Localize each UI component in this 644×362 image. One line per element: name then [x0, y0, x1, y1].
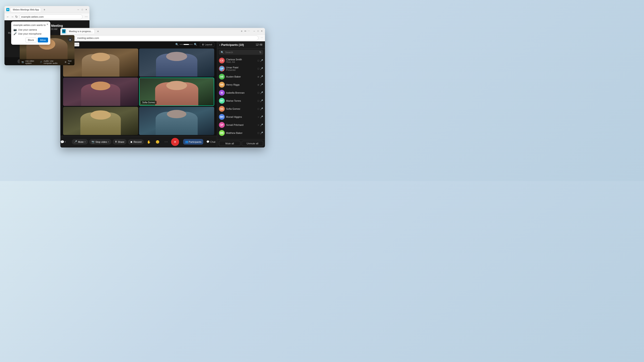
chat-tab-btn[interactable]: 💬 Chat [204, 139, 217, 145]
role-clarissa: Host, me [226, 61, 256, 63]
chat-bubble-btn[interactable]: 💬 ▾ [60, 139, 68, 145]
share-icon: ⬆ [115, 140, 117, 143]
win-controls-2: ≡ ✏ ⋯ ─ □ ✕ [241, 30, 263, 33]
mic-icon-isabella: 🎤 [260, 91, 263, 94]
zoom-slider[interactable] [180, 44, 193, 45]
participant-row-murad[interactable]: MH Murad Higgins ○ 🎤 [217, 113, 265, 121]
stop-video-dropdown[interactable]: ▾ [108, 141, 109, 143]
mute-all-btn[interactable]: Mute all [219, 141, 240, 146]
panel-header-wrapper: › Participants (10) ⤢ ✕ 12:40 [217, 41, 265, 48]
icons-clarissa: □ 🎤 [258, 59, 263, 62]
participant-row-clarissa[interactable]: CS Clarissa Smith Host, me □ 🎤 [217, 56, 265, 64]
info-clarissa: Clarissa Smith Host, me [226, 58, 256, 63]
mute-meeting-dropdown[interactable]: ▾ [84, 141, 86, 143]
info-austen: Austen Baker [226, 75, 256, 78]
address-bar-2[interactable]: meeting.webex.com [75, 35, 258, 40]
video-grid: Sofia Gomez [60, 48, 217, 136]
chat-dropdown[interactable]: ▾ [65, 141, 66, 143]
browser-tab-2[interactable]: Meeting is in progress... [67, 29, 94, 33]
search-icon: 🔍 [221, 51, 224, 54]
zoom-in-btn[interactable]: 🔍 [194, 43, 197, 46]
reactions-btn[interactable]: 😊 [154, 139, 161, 145]
refresh-btn-1[interactable]: ↻ [15, 15, 18, 18]
close-btn-1[interactable]: ✕ [85, 8, 88, 11]
share-btn[interactable]: ⬆ Share [113, 139, 126, 145]
cam-icon-austen: ⊘ [258, 75, 259, 78]
avatar-henry: HR [219, 82, 225, 88]
more-icon-2[interactable]: ⋯ [248, 30, 250, 33]
address-bar-1[interactable]: example.webex.com [19, 14, 82, 19]
participant-row-isabella[interactable]: IB Isabella Brennan □ 🎤 [217, 89, 265, 97]
end-call-btn[interactable]: ✕ [171, 138, 179, 146]
video-name-tag-4: Sofia Gomez [141, 101, 156, 104]
participants-search-bar: 🔍 ⇅ [219, 50, 263, 55]
name-murad: Murad Higgins [226, 115, 256, 118]
video-cell-4: Sofia Gomez [139, 77, 214, 106]
more-options-btn[interactable]: ⋯ [162, 138, 170, 145]
zoom-out-btn[interactable]: 🔍 [175, 43, 179, 46]
layout-btn[interactable]: ⊞ Layout [200, 42, 214, 47]
audio-icon: 🎵 [40, 61, 42, 63]
minimize-btn-2[interactable]: ─ [253, 30, 256, 32]
participants-icon: 👥 [185, 140, 188, 143]
stop-video-meeting-label: Stop video [96, 141, 107, 143]
panel-title-text: Participants (10) [221, 43, 244, 46]
menu-icon-1[interactable]: ⋯ [85, 15, 88, 18]
test-label: Test sp [68, 60, 73, 64]
add-tab-btn-1[interactable]: + [42, 7, 46, 12]
hand-raise-btn[interactable]: ✋ [145, 139, 152, 145]
participant-row-sonali[interactable]: SP Sonali Pritchard ○ 🎤 [217, 121, 265, 129]
participant-row-austen[interactable]: AB Austen Baker ⊘ 🎤 [217, 73, 265, 81]
participants-tab-btn[interactable]: 👥 Participants [183, 139, 203, 145]
popup-close-btn[interactable]: ✕ [46, 23, 48, 26]
add-tab-btn-2[interactable]: + [96, 29, 100, 33]
avatar-isabella: IB [219, 90, 225, 96]
panel-footer: Mute all Unmute all [217, 139, 265, 147]
video-cell-3 [63, 77, 138, 106]
info-matthew: Matthew Baker [226, 132, 256, 134]
participant-row-marise[interactable]: MT Marise Torres □ 🎤 [217, 97, 265, 105]
record-btn[interactable]: ⏺ Record [128, 139, 144, 145]
mic-icon-matthew: 🎤 [260, 132, 263, 134]
mic-menu-btn[interactable]: ▲ [68, 37, 73, 42]
active-speaker-name: Sofia Gomez [142, 101, 155, 104]
edit-icon-2[interactable]: ✏ [244, 30, 246, 33]
participant-row-henry[interactable]: HR Henry Riggs ⊘ 🎤 [217, 81, 265, 89]
menu-icon-2[interactable]: ≡ [241, 30, 242, 33]
stop-video-meeting-btn[interactable]: 📷 Stop video ▾ [89, 139, 111, 145]
browser-tab-1[interactable]: Webex Meetings Web App [11, 7, 41, 12]
meeting-main: ℹ Meeting info 🔍 🔍 ⊞ Layout [60, 41, 217, 147]
center-controls: 🎤 Mute ▾ 📷 Stop video ▾ ⬆ Share ⏺ [72, 138, 179, 146]
camera-icon: 📷 [14, 28, 17, 31]
block-button[interactable]: Block [26, 37, 36, 42]
cam-icon-murad: ○ [258, 115, 259, 118]
info-umar: Umar Patel Presenter [226, 66, 256, 71]
participant-row-matthew[interactable]: MB Matthew Baker □ 🎤 [217, 129, 265, 137]
maximize-btn-1[interactable]: □ [81, 8, 84, 11]
mic-icon-austen: 🎤 [260, 75, 263, 78]
menu-icon-2b[interactable]: ⋯ [261, 36, 263, 39]
forward-btn-1[interactable]: → [11, 15, 14, 18]
titlebar-2: W Meeting is in progress... + ≡ ✏ ⋯ ─ □ … [60, 28, 265, 35]
allow-button[interactable]: Allow [38, 37, 48, 42]
avatar-sofia: SG [219, 106, 225, 112]
close-btn-2[interactable]: ✕ [260, 30, 263, 32]
unmute-all-btn[interactable]: Unmute all [242, 141, 263, 146]
participant-row-sofia[interactable]: SG Sofia Gomez □ 🎤 [217, 105, 265, 113]
stop-video-icon: 📷 [92, 140, 94, 143]
back-btn-1[interactable]: ← [6, 15, 10, 18]
search-input[interactable] [225, 51, 258, 54]
maximize-btn-2[interactable]: □ [257, 30, 260, 32]
sort-btn[interactable]: ⇅ [259, 51, 262, 54]
minimize-btn-1[interactable]: ─ [77, 8, 80, 11]
mic-icon-sofia: 🎤 [260, 107, 263, 110]
participant-row-umar[interactable]: P UP Umar Patel Presenter □ 🎤 [217, 64, 265, 73]
mute-meeting-btn[interactable]: 🎤 Mute ▾ [72, 139, 88, 145]
win-controls-1: ─ □ ✕ [77, 8, 88, 11]
meeting-topbar: ℹ Meeting info 🔍 🔍 ⊞ Layout [60, 41, 217, 48]
mic-icon-clarissa: 🎤 [260, 59, 263, 62]
cam-icon-matthew: □ [258, 132, 259, 134]
chat-icon: 💬 [206, 140, 210, 143]
name-matthew: Matthew Baker [226, 132, 256, 134]
panel-title: › Participants (10) [219, 43, 244, 46]
